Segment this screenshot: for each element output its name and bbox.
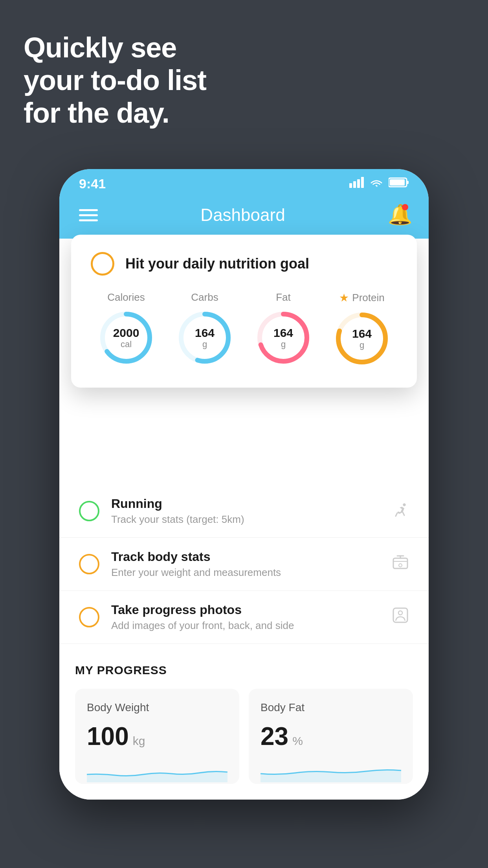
- body-weight-card[interactable]: Body Weight 100 kg: [75, 689, 239, 784]
- todo-item-photos[interactable]: Take progress photos Add images of your …: [59, 591, 429, 644]
- fat-ring: 164 g: [254, 308, 313, 367]
- status-bar: 9:41: [59, 169, 429, 195]
- goal-circle-check: [91, 252, 114, 276]
- fat-item: Fat 164 g: [254, 291, 313, 367]
- protein-ring: 164 g: [332, 309, 391, 368]
- status-icons: [349, 177, 409, 191]
- svg-rect-0: [349, 183, 352, 188]
- todo-check-body-stats: [79, 554, 99, 574]
- body-fat-label: Body Fat: [261, 701, 401, 714]
- todo-text-photos: Take progress photos Add images of your …: [111, 603, 380, 632]
- protein-label-text: Protein: [352, 292, 384, 304]
- protein-value: 164: [352, 327, 372, 340]
- signal-icon: [349, 177, 364, 191]
- scale-icon: [392, 554, 409, 575]
- body-fat-sparkline: [261, 759, 401, 782]
- nav-title: Dashboard: [200, 205, 285, 225]
- fat-unit: g: [273, 339, 293, 349]
- svg-rect-6: [390, 179, 405, 186]
- fat-label: Fat: [276, 291, 291, 303]
- todo-sub-body-stats: Enter your weight and measurements: [111, 566, 380, 579]
- todo-sub-running: Track your stats (target: 5km): [111, 513, 380, 526]
- body-fat-card[interactable]: Body Fat 23 %: [249, 689, 413, 784]
- status-time: 9:41: [79, 176, 106, 191]
- protein-unit: g: [352, 340, 372, 350]
- carbs-ring: 164 g: [175, 308, 234, 367]
- svg-point-16: [399, 564, 402, 567]
- body-weight-label: Body Weight: [87, 701, 227, 714]
- body-weight-sparkline: [87, 759, 227, 782]
- carbs-unit: g: [195, 339, 215, 349]
- todo-check-running: [79, 501, 99, 521]
- protein-label: ★ Protein: [339, 291, 384, 304]
- todo-name-body-stats: Track body stats: [111, 550, 380, 564]
- fat-center: 164 g: [273, 326, 293, 349]
- calories-unit: cal: [113, 339, 139, 349]
- battery-icon: [389, 177, 409, 191]
- wifi-icon: [369, 177, 384, 191]
- calories-center: 2000 cal: [113, 326, 139, 349]
- protein-item: ★ Protein 164 g: [332, 291, 391, 368]
- svg-rect-2: [357, 179, 360, 188]
- calories-ring: 2000 cal: [97, 308, 156, 367]
- protein-star-icon: ★: [339, 291, 349, 304]
- nav-bar: Dashboard 🔔: [59, 195, 429, 239]
- person-icon: [392, 607, 409, 628]
- body-fat-value: 23: [261, 722, 288, 751]
- carbs-center: 164 g: [195, 326, 215, 349]
- notification-dot: [402, 204, 408, 210]
- phone-frame: 9:41: [59, 169, 429, 800]
- card-title: Hit your daily nutrition goal: [125, 256, 309, 272]
- hero-text: Quickly see your to-do list for the day.: [24, 31, 206, 129]
- progress-section: MY PROGRESS Body Weight 100 kg Body Fat: [59, 644, 429, 800]
- todo-text-body-stats: Track body stats Enter your weight and m…: [111, 550, 380, 579]
- app-content: THINGS TO DO TODAY Hit your daily nutrit…: [59, 239, 429, 800]
- calories-label: Calories: [107, 291, 145, 303]
- calories-item: Calories 2000 cal: [97, 291, 156, 367]
- body-weight-unit: kg: [133, 734, 145, 748]
- todo-name-photos: Take progress photos: [111, 603, 380, 617]
- running-icon: [392, 500, 409, 522]
- svg-rect-1: [353, 181, 356, 188]
- todo-sub-photos: Add images of your front, back, and side: [111, 620, 380, 632]
- svg-rect-3: [361, 177, 364, 188]
- todo-text-running: Running Track your stats (target: 5km): [111, 497, 380, 526]
- calories-value: 2000: [113, 326, 139, 339]
- hamburger-menu[interactable]: [79, 209, 98, 221]
- todo-name-running: Running: [111, 497, 380, 511]
- todo-item-running[interactable]: Running Track your stats (target: 5km): [59, 485, 429, 538]
- progress-title: MY PROGRESS: [75, 664, 413, 677]
- svg-point-18: [398, 611, 402, 615]
- card-header: Hit your daily nutrition goal: [91, 252, 397, 276]
- body-weight-value-row: 100 kg: [87, 722, 227, 751]
- body-weight-value: 100: [87, 722, 129, 751]
- carbs-label: Carbs: [191, 291, 218, 303]
- fat-value: 164: [273, 326, 293, 339]
- progress-cards: Body Weight 100 kg Body Fat 23 %: [75, 689, 413, 784]
- todo-item-body-stats[interactable]: Track body stats Enter your weight and m…: [59, 538, 429, 591]
- nutrition-row: Calories 2000 cal Carbs: [91, 291, 397, 368]
- body-fat-value-row: 23 %: [261, 722, 401, 751]
- protein-center: 164 g: [352, 327, 372, 350]
- svg-rect-5: [407, 181, 409, 184]
- carbs-item: Carbs 164 g: [175, 291, 234, 367]
- bell-icon: 🔔: [388, 204, 412, 226]
- body-fat-unit: %: [292, 734, 303, 748]
- carbs-value: 164: [195, 326, 215, 339]
- notification-button[interactable]: 🔔: [388, 203, 409, 227]
- nutrition-card: Hit your daily nutrition goal Calories 2…: [71, 235, 417, 388]
- todo-check-photos: [79, 607, 99, 627]
